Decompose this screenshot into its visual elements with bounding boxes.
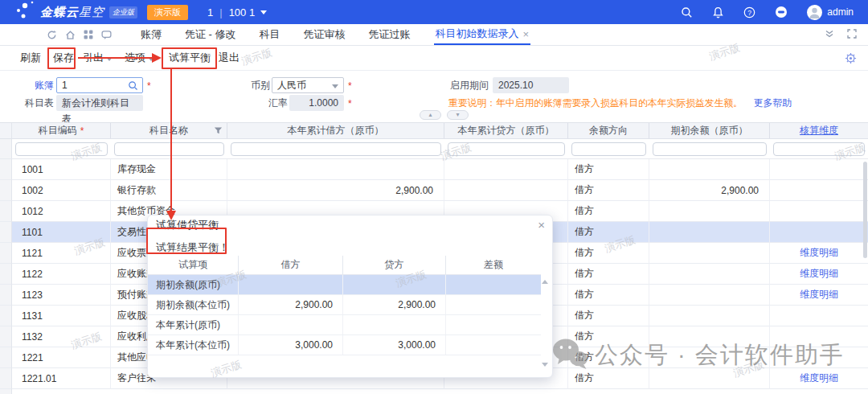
cell-ytd-debit[interactable] <box>227 159 444 180</box>
cell-balance-direction[interactable]: 借方 <box>568 326 649 347</box>
currency-select[interactable]: 人民币 <box>272 77 344 93</box>
tab-item-3[interactable]: 凭证审核 <box>304 24 346 45</box>
cell-opening-balance[interactable] <box>649 243 770 264</box>
table-row[interactable]: 1002银行存款2,900.00借方2,900.00 <box>0 180 868 201</box>
header-balance-direction[interactable]: 余额方向 <box>568 123 649 138</box>
dimension-detail-link[interactable]: 维度明细 <box>800 267 838 281</box>
cell-account-code[interactable]: 1101 <box>12 222 111 243</box>
cell-balance-direction[interactable]: 借方 <box>568 222 649 243</box>
tab-close-icon[interactable]: × <box>523 28 530 40</box>
cell-dimension: 维度明细 <box>770 264 868 285</box>
cell-balance-direction[interactable]: 借方 <box>568 285 649 306</box>
cell-account-name[interactable]: 银行存款 <box>111 180 227 201</box>
avatar[interactable] <box>807 5 822 20</box>
scroll-up-icon[interactable] <box>542 280 548 284</box>
tab-account-initial-data-entry[interactable]: 科目初始数据录入 × <box>434 24 531 45</box>
cell-account-name[interactable]: 库存现金 <box>111 159 227 180</box>
cell-balance-direction[interactable]: 借方 <box>568 368 649 389</box>
book-field[interactable]: 1 <box>56 77 143 93</box>
cell-opening-balance[interactable] <box>649 326 770 347</box>
username-label[interactable]: admin <box>827 6 854 18</box>
dimension-detail-link[interactable]: 维度明细 <box>800 371 838 385</box>
cell-balance-direction[interactable]: 借方 <box>568 159 649 180</box>
chevron-double-down-icon[interactable] <box>825 29 834 41</box>
dimension-detail-link[interactable]: 维度明细 <box>800 288 838 302</box>
cell-opening-balance[interactable] <box>649 285 770 306</box>
filter-input-opening-balance[interactable] <box>653 142 767 156</box>
collapse-down-button[interactable]: ▾ <box>447 110 469 120</box>
header-ytd-credit[interactable]: 本年累计贷方（原币） <box>444 123 568 138</box>
vertical-scrollbar[interactable] <box>863 162 867 258</box>
cell-account-code[interactable]: 1001 <box>12 159 111 180</box>
refresh-button[interactable]: 刷新 <box>20 46 41 70</box>
cell-balance-direction[interactable]: 借方 <box>568 347 649 368</box>
book-label[interactable]: 账簿 <box>35 77 54 93</box>
cell-ytd-credit[interactable] <box>444 159 568 180</box>
sync-icon[interactable] <box>47 30 57 40</box>
header-account-name[interactable]: 科目名称 <box>111 123 227 138</box>
cell-balance-direction[interactable]: 借方 <box>568 180 649 201</box>
dimension-detail-link[interactable]: 维度明细 <box>800 246 838 260</box>
table-row[interactable]: 1001库存现金借方 <box>0 159 868 180</box>
lookup-icon[interactable] <box>128 80 138 95</box>
cell-opening-balance[interactable] <box>649 347 770 368</box>
trial-diff <box>445 275 541 294</box>
collapse-up-button[interactable]: ▴ <box>420 110 441 120</box>
cell-opening-balance[interactable]: 2,900.00 <box>649 180 770 201</box>
cell-dimension <box>770 326 868 347</box>
header-opening-balance[interactable]: 期初余额（原币） <box>649 123 770 138</box>
cell-account-code[interactable]: 1002 <box>12 180 111 201</box>
exit-button[interactable]: 退出 <box>219 46 240 70</box>
apps-grid-icon[interactable] <box>84 30 93 39</box>
filter-input-account-code[interactable] <box>15 142 108 156</box>
cell-account-code[interactable]: 1121 <box>12 243 111 264</box>
cell-balance-direction[interactable]: 借方 <box>568 201 649 222</box>
cell-account-code[interactable]: 1123 <box>12 285 111 306</box>
cell-balance-direction[interactable]: 借方 <box>568 306 649 326</box>
help-icon[interactable]: ? <box>743 6 755 18</box>
cell-opening-balance[interactable] <box>649 159 770 180</box>
scroll-down-icon[interactable] <box>542 363 548 367</box>
dialog-close-icon[interactable]: × <box>538 215 545 235</box>
cell-account-code[interactable]: 1131 <box>12 306 111 326</box>
start-period-field: 2025.10 <box>493 77 569 93</box>
more-help-link[interactable]: 更多帮助 <box>754 95 792 111</box>
gear-icon[interactable] <box>845 52 857 67</box>
active-tab-label: 科目初始数据录入 <box>436 27 519 41</box>
cell-opening-balance[interactable] <box>649 368 770 389</box>
cell-opening-balance[interactable] <box>649 264 770 285</box>
cell-ytd-debit[interactable]: 2,900.00 <box>227 180 444 201</box>
cell-account-code[interactable]: 1122 <box>12 264 111 285</box>
header-ytd-debit[interactable]: 本年累计借方（原币） <box>227 123 444 138</box>
home-icon[interactable] <box>65 30 76 40</box>
cell-ytd-credit[interactable] <box>444 180 568 201</box>
status-dnd-icon[interactable] <box>775 6 788 18</box>
cell-opening-balance[interactable] <box>649 222 770 243</box>
cell-account-code[interactable]: 1221.01 <box>12 368 111 389</box>
cell-account-code[interactable]: 1132 <box>12 326 111 347</box>
filter-input-dimension[interactable] <box>773 142 865 156</box>
cell-balance-direction[interactable]: 借方 <box>568 264 649 285</box>
fullscreen-icon[interactable] <box>847 29 857 41</box>
message-icon[interactable] <box>101 30 112 40</box>
filter-input-balance-direction[interactable] <box>571 142 646 156</box>
cell-opening-balance[interactable] <box>649 201 770 222</box>
header-dimension[interactable]: 核算维度 <box>770 123 868 138</box>
trial-item: 本年累计(本位币) <box>148 335 238 355</box>
cell-balance-direction[interactable]: 借方 <box>568 243 649 264</box>
tab-item-4[interactable]: 凭证过账 <box>369 24 411 45</box>
tab-item-1[interactable]: 凭证 - 修改 <box>185 24 236 45</box>
cell-opening-balance[interactable] <box>649 306 770 326</box>
cell-account-code[interactable]: 1221 <box>12 347 111 368</box>
search-icon[interactable] <box>681 6 693 18</box>
header-account-code[interactable]: 科目编码* <box>12 123 111 138</box>
filter-input-ytd-debit[interactable] <box>231 142 441 156</box>
bell-icon[interactable] <box>712 6 724 18</box>
tab-item-0[interactable]: 账簿 <box>141 24 162 45</box>
filter-funnel-icon[interactable] <box>214 126 223 137</box>
filter-input-ytd-credit[interactable] <box>448 142 565 156</box>
tab-item-2[interactable]: 科目 <box>260 24 280 45</box>
filter-input-account-name[interactable] <box>114 142 224 156</box>
cell-account-code[interactable]: 1012 <box>12 201 111 222</box>
org-switcher[interactable]: 1 | 100 1 <box>207 6 267 18</box>
